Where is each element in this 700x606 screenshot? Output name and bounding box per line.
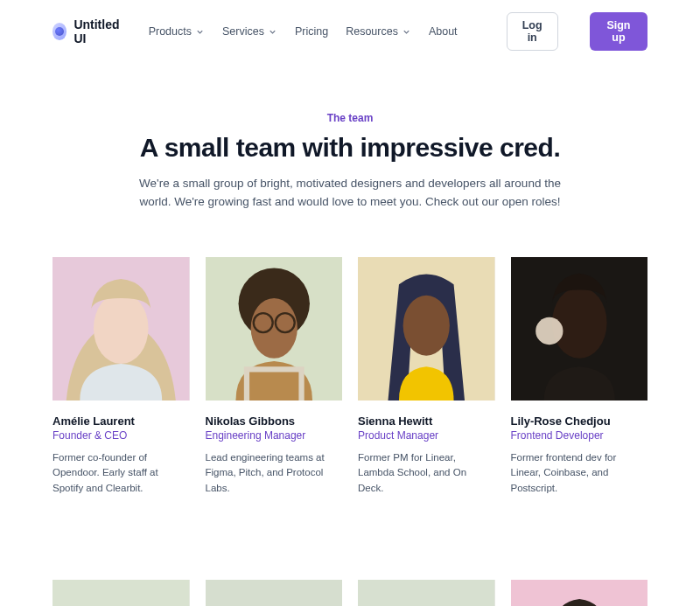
brand[interactable]: Untitled UI — [52, 17, 124, 45]
svg-point-1 — [94, 293, 149, 364]
page-title: A small team with impressive cred. — [52, 133, 648, 163]
team-role: Frontend Developer — [511, 429, 648, 442]
team-photo — [52, 580, 190, 606]
svg-point-10 — [551, 287, 606, 358]
site-header: Untitled UI Products Services Pricing Re… — [0, 0, 700, 63]
brand-name: Untitled UI — [74, 17, 123, 45]
team-photo — [52, 257, 190, 401]
team-photo — [206, 580, 343, 606]
svg-point-11 — [536, 317, 563, 345]
team-card — [52, 580, 190, 606]
team-bio: Former co-founder of Opendoor. Early sta… — [52, 450, 190, 496]
team-bio: Former PM for Linear, Lambda School, and… — [358, 450, 495, 496]
team-name: Sienna Hewitt — [358, 414, 495, 428]
brand-logo-icon — [52, 23, 66, 40]
nav-services-label: Services — [222, 25, 264, 38]
team-bio: Lead engineering teams at Figma, Pitch, … — [206, 450, 343, 496]
section-eyebrow: The team — [52, 112, 648, 124]
team-photo — [206, 257, 343, 401]
team-name: Lily-Rose Chedjou — [511, 414, 648, 428]
team-role: Product Manager — [358, 429, 495, 442]
svg-rect-14 — [206, 580, 343, 606]
signup-button[interactable]: Sign up — [590, 12, 648, 51]
svg-point-4 — [250, 298, 297, 359]
intro-section: The team A small team with impressive cr… — [0, 63, 700, 212]
svg-rect-12 — [52, 580, 190, 606]
team-role: Engineering Manager — [206, 429, 343, 442]
team-name: Nikolas Gibbons — [206, 414, 343, 428]
team-photo — [511, 257, 648, 401]
nav-products[interactable]: Products — [149, 25, 205, 38]
svg-point-8 — [403, 296, 450, 356]
nav-pricing-label: Pricing — [295, 25, 328, 38]
svg-rect-16 — [358, 580, 495, 606]
team-card — [358, 580, 495, 606]
team-photo — [358, 580, 495, 606]
nav-pricing[interactable]: Pricing — [295, 25, 328, 38]
login-button[interactable]: Log in — [507, 12, 558, 51]
nav-resources-label: Resources — [346, 25, 398, 38]
page-subtitle: We're a small group of bright, motivated… — [122, 175, 578, 212]
chevron-down-icon — [195, 27, 205, 37]
team-card: Nikolas Gibbons Engineering Manager Lead… — [206, 257, 343, 496]
team-photo — [358, 257, 495, 401]
team-grid-row2 — [0, 534, 700, 606]
chevron-down-icon — [402, 27, 411, 37]
team-card: Amélie Laurent Founder & CEO Former co-f… — [52, 257, 190, 496]
team-card — [206, 580, 343, 606]
team-card: Sienna Hewitt Product Manager Former PM … — [358, 257, 495, 496]
team-card: Lily-Rose Chedjou Frontend Developer For… — [511, 257, 648, 496]
nav-products-label: Products — [149, 25, 192, 38]
team-name: Amélie Laurent — [52, 414, 190, 428]
primary-nav: Products Services Pricing Resources Abou… — [149, 25, 458, 38]
team-grid: Amélie Laurent Founder & CEO Former co-f… — [0, 212, 700, 496]
nav-resources[interactable]: Resources — [346, 25, 411, 38]
team-card — [511, 580, 648, 606]
nav-about[interactable]: About — [429, 25, 458, 38]
team-role: Founder & CEO — [52, 429, 190, 442]
nav-about-label: About — [429, 25, 458, 38]
nav-services[interactable]: Services — [222, 25, 277, 38]
chevron-down-icon — [268, 27, 277, 37]
team-bio: Former frontend dev for Linear, Coinbase… — [511, 450, 648, 496]
team-photo — [511, 580, 648, 606]
